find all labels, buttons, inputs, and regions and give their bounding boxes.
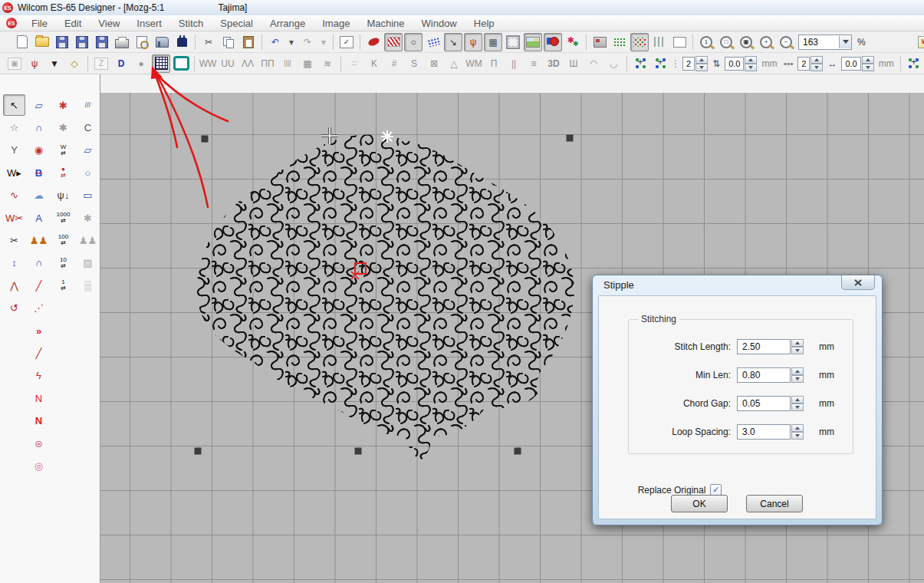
open-shape-tool[interactable]: N: [28, 387, 50, 409]
show-needle-points[interactable]: ψ: [464, 33, 482, 51]
zigzag-run-tool[interactable]: ϟ: [28, 365, 50, 387]
show-background[interactable]: [524, 33, 542, 51]
zigzag-spacing[interactable]: W ⇄: [52, 140, 74, 161]
menu-stitch[interactable]: Stitch: [170, 17, 212, 30]
underlay-count-spin-up[interactable]: [695, 56, 708, 64]
chevron-down-icon[interactable]: [839, 36, 851, 48]
menu-view[interactable]: View: [90, 17, 128, 30]
circle-star-tool[interactable]: ⊛: [28, 433, 50, 454]
stipple-run[interactable]: [152, 54, 170, 73]
fill-stitch-type[interactable]: [384, 33, 403, 51]
dialog-close-button[interactable]: [841, 275, 875, 290]
stitch-length-spin-down[interactable]: [791, 347, 804, 354]
chord-gap-input[interactable]: 0.05: [737, 396, 791, 411]
stitch-length-input[interactable]: 2.50: [737, 339, 791, 354]
insert-machine-file[interactable]: W: [916, 33, 924, 51]
stitch-length-spin-down[interactable]: [862, 64, 874, 71]
motif-run[interactable]: [424, 33, 442, 51]
menu-insert[interactable]: Insert: [128, 17, 170, 30]
zoom-level-combo[interactable]: 163: [798, 35, 852, 50]
shape-tool[interactable]: ▱: [77, 140, 99, 161]
stitch-angle-tool[interactable]: ∿: [3, 185, 25, 206]
run-stitch-tool[interactable]: ╱: [28, 342, 50, 364]
zoom-box[interactable]: □: [717, 33, 735, 51]
cut-tool[interactable]: ✂: [3, 229, 25, 251]
stitch-length[interactable]: 0.0: [841, 56, 873, 71]
mirror-people-tool[interactable]: ♟♟: [28, 229, 50, 251]
auto-start-end[interactable]: ψ: [25, 54, 44, 73]
loop-spacing-input[interactable]: 3.0: [737, 424, 791, 440]
arc-reshape[interactable]: ∩: [28, 252, 50, 274]
undo-list[interactable]: ▾: [286, 33, 297, 51]
texture-gray[interactable]: ▨: [77, 252, 99, 274]
polygon-select[interactable]: ☆: [3, 117, 25, 138]
show-stitches[interactable]: [610, 33, 629, 51]
open-design[interactable]: [33, 33, 51, 51]
save-design[interactable]: [53, 33, 71, 51]
reshape-dome[interactable]: ∩: [28, 117, 50, 138]
chord-gap-spin-up[interactable]: [791, 396, 804, 403]
show-density[interactable]: [650, 33, 669, 51]
mirror-merge-vertical[interactable]: [651, 54, 669, 73]
wheel-tool[interactable]: ◎: [28, 455, 50, 476]
reference-points[interactable]: ◇: [65, 54, 84, 73]
mirror-merge-horizontal[interactable]: [631, 54, 649, 73]
offset-object[interactable]: [172, 54, 190, 73]
min-len-spin-down[interactable]: [791, 375, 804, 383]
brain-design[interactable]: [197, 135, 574, 460]
design-worksheet[interactable]: [670, 33, 689, 51]
zoom-in[interactable]: +: [757, 33, 775, 51]
print[interactable]: [113, 33, 131, 51]
select-tool[interactable]: ↖: [3, 94, 25, 116]
min-len-input[interactable]: 0.80: [737, 367, 791, 383]
motif-tulip[interactable]: [564, 33, 582, 51]
menu-machine[interactable]: Machine: [358, 17, 413, 30]
paste[interactable]: [239, 33, 258, 51]
stitch-count[interactable]: 2: [797, 56, 823, 71]
run-line-tool[interactable]: ╱: [28, 275, 50, 296]
show-grid[interactable]: ▦: [484, 33, 502, 51]
copy[interactable]: [219, 33, 238, 51]
lettering-tool[interactable]: A: [28, 207, 50, 229]
arc-tool[interactable]: C: [77, 117, 99, 138]
toolbar-handle[interactable]: ⋮: [671, 54, 680, 73]
stitch-spacing[interactable]: 0.0: [725, 56, 757, 71]
underlay-count-value[interactable]: 2: [682, 57, 695, 71]
stitch-spacing-value[interactable]: 0.0: [725, 57, 744, 71]
new-document[interactable]: [13, 33, 31, 51]
menu-edit[interactable]: Edit: [56, 17, 90, 30]
read-from-machine[interactable]: [93, 33, 111, 51]
orbit-tool[interactable]: ↺: [3, 298, 25, 319]
menu-file[interactable]: File: [23, 17, 56, 30]
cut-zigzag[interactable]: W✂: [3, 207, 25, 229]
print-preview[interactable]: [133, 33, 151, 51]
stitch-spacing-spin-down[interactable]: [745, 64, 757, 71]
scale-100[interactable]: 100 ⇄: [52, 229, 74, 251]
menu-help[interactable]: Help: [465, 17, 503, 30]
outline-stitch-type[interactable]: ○: [404, 33, 423, 51]
menu-image[interactable]: Image: [314, 17, 358, 30]
stipple-texture-gray[interactable]: ▒: [77, 275, 99, 296]
stitch-player[interactable]: [173, 33, 191, 51]
show-hoop[interactable]: [504, 33, 522, 51]
min-len-spin-up[interactable]: [791, 367, 804, 375]
scale-1[interactable]: 1 ⇄: [52, 275, 74, 296]
zigzag-input[interactable]: W▸: [3, 162, 25, 183]
underlay-count[interactable]: 2: [682, 56, 708, 71]
reshape-object[interactable]: ▱: [28, 94, 50, 116]
undo[interactable]: ↶: [266, 33, 284, 51]
ellipse-tool[interactable]: ○: [77, 162, 99, 183]
chord-gap-spin-down[interactable]: [791, 403, 804, 411]
flower-fill-tool[interactable]: ✱: [52, 94, 74, 116]
remove-overlaps[interactable]: B: [28, 162, 50, 183]
menu-special[interactable]: Special: [212, 17, 261, 30]
ok-button[interactable]: OK: [671, 495, 728, 512]
triple-arrow-tool[interactable]: »: [28, 320, 50, 341]
stitch-length-value[interactable]: 0.0: [841, 57, 860, 71]
stitch-count-spin-up[interactable]: [811, 56, 823, 64]
send-to-machine[interactable]: [153, 33, 171, 51]
penetration-point[interactable]: ▼: [45, 54, 64, 73]
stitch-length-spin-up[interactable]: [791, 339, 804, 347]
stitch-length-spin-up[interactable]: [862, 56, 874, 64]
complex-fill-object[interactable]: ☁: [28, 185, 50, 206]
